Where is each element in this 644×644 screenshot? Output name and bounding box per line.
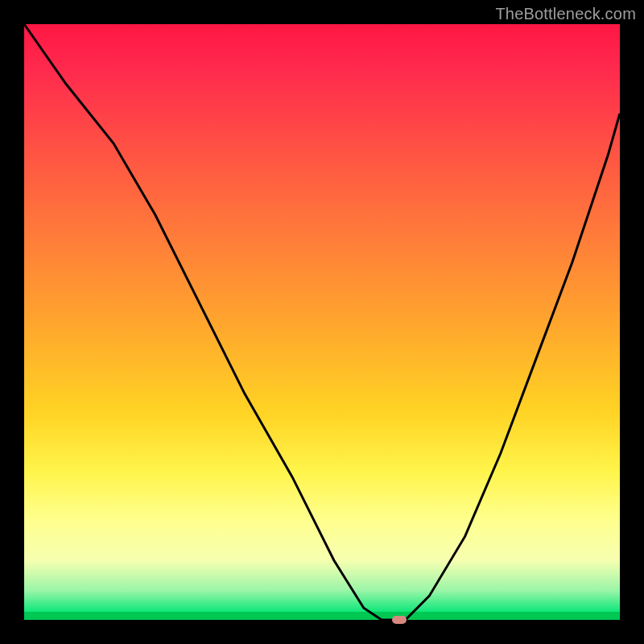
watermark-label: TheBottleneck.com bbox=[495, 5, 636, 23]
optimal-zone-strip bbox=[24, 612, 620, 620]
plot-gradient-background bbox=[24, 24, 620, 620]
optimal-point-marker bbox=[392, 616, 407, 624]
chart-frame: TheBottleneck.com bbox=[0, 0, 644, 644]
